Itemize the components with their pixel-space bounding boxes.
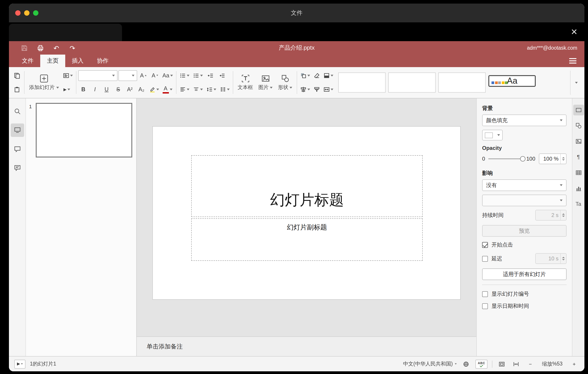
zoom-in-button[interactable]: +: [569, 359, 579, 369]
language-selector[interactable]: 中文(中华人民共和国): [403, 361, 457, 367]
slide-subtitle-placeholder[interactable]: 幻灯片副标题: [191, 218, 423, 261]
insert-textbox-button[interactable]: 文本框: [235, 68, 256, 97]
increase-font-button[interactable]: A: [138, 70, 148, 81]
delay-checkbox[interactable]: [482, 256, 488, 262]
bullets-button[interactable]: [178, 70, 191, 81]
effect-select[interactable]: 没有: [482, 179, 567, 191]
feedback-icon[interactable]: [10, 161, 24, 175]
slides-panel-icon[interactable]: [10, 123, 24, 137]
slide-thumbnail[interactable]: [36, 103, 132, 157]
shape-align-button[interactable]: [299, 84, 312, 96]
arrange-button[interactable]: [299, 70, 312, 81]
horizontal-align-button[interactable]: [178, 84, 191, 96]
tab-collaboration[interactable]: 协作: [90, 55, 115, 67]
start-on-click-label: 开始点击: [492, 241, 513, 249]
insert-image-button[interactable]: 图片: [256, 68, 275, 97]
delay-spinner[interactable]: 10 s: [535, 253, 567, 264]
bold-button[interactable]: B: [78, 84, 89, 96]
preview-overlay-bar: ×: [9, 22, 584, 41]
slide-title-placeholder[interactable]: 幻灯片标题: [191, 155, 423, 217]
chart-settings-icon[interactable]: [573, 183, 584, 194]
slide-layout-button[interactable]: [62, 70, 74, 81]
font-color-button[interactable]: A: [161, 84, 174, 96]
tab-home[interactable]: 主页: [40, 55, 65, 67]
opacity-spinner[interactable]: 100 %: [539, 154, 567, 164]
tab-insert[interactable]: 插入: [65, 55, 90, 67]
insert-shape-button[interactable]: 形状: [275, 68, 295, 97]
opacity-slider[interactable]: [488, 158, 523, 159]
fit-width-button[interactable]: [511, 359, 521, 369]
increase-indent-button[interactable]: [217, 70, 227, 81]
add-slide-button[interactable]: 添加幻灯片: [26, 68, 62, 97]
slide-size-button[interactable]: [322, 84, 335, 96]
close-traffic-button[interactable]: [15, 10, 21, 16]
color-scheme-icon: [324, 72, 330, 79]
fill-type-select[interactable]: 颜色填充: [482, 115, 567, 126]
underline-button[interactable]: U: [101, 84, 112, 96]
fit-slide-button[interactable]: [497, 359, 507, 369]
theme-slot-2[interactable]: [388, 72, 436, 93]
apply-to-all-button[interactable]: 适用于所有幻灯片: [482, 268, 567, 280]
gallery-expand-button[interactable]: [570, 70, 582, 95]
textart-settings-icon[interactable]: Ta: [573, 199, 584, 209]
start-on-click-checkbox[interactable]: [482, 242, 488, 248]
color-scheme-button[interactable]: [322, 70, 335, 81]
clear-style-button[interactable]: [312, 70, 322, 81]
theme-slot-3[interactable]: [439, 72, 486, 93]
start-slideshow-button[interactable]: ▶: [62, 84, 72, 96]
paragraph-settings-icon[interactable]: ¶: [573, 152, 584, 162]
zoom-out-button[interactable]: −: [525, 359, 535, 369]
fullscreen-traffic-button[interactable]: [33, 10, 38, 16]
decrease-font-button[interactable]: A: [149, 70, 160, 81]
image-settings-icon[interactable]: [573, 136, 584, 147]
vertical-align-button[interactable]: [192, 84, 204, 96]
minimize-traffic-button[interactable]: [24, 10, 30, 16]
effect-variant-select[interactable]: [482, 195, 567, 206]
font-name-select[interactable]: [78, 70, 117, 81]
close-icon[interactable]: ×: [571, 26, 577, 37]
print-icon[interactable]: [37, 44, 44, 51]
subscript-button[interactable]: A₂: [136, 84, 147, 96]
theme-slot-selected[interactable]: Aa: [489, 75, 536, 87]
decrease-indent-button[interactable]: [205, 70, 216, 81]
fill-color-select[interactable]: [482, 130, 503, 141]
duration-spinner[interactable]: 2 s: [535, 210, 567, 220]
menu-icon[interactable]: [569, 60, 576, 61]
preview-button[interactable]: 预览: [482, 225, 567, 237]
opacity-slider-thumb[interactable]: [520, 156, 525, 162]
spellcheck-button[interactable]: ABC: [476, 360, 487, 368]
document-title: 产品介绍.pptx: [9, 44, 584, 52]
copy-style-button[interactable]: [312, 84, 322, 96]
show-datetime-row[interactable]: 显示日期和时间: [482, 302, 567, 310]
set-language-button[interactable]: [461, 359, 471, 369]
columns-button[interactable]: [219, 84, 231, 96]
copy-button[interactable]: [12, 70, 22, 81]
theme-slot-1[interactable]: [338, 72, 386, 93]
notes-area[interactable]: 单击添加备注: [137, 336, 476, 356]
redo-icon[interactable]: ↷: [69, 44, 76, 51]
change-case-button[interactable]: Aa: [161, 70, 174, 81]
table-settings-icon[interactable]: [573, 167, 584, 178]
superscript-button[interactable]: A²: [125, 84, 135, 96]
show-slide-number-checkbox[interactable]: [482, 291, 488, 297]
show-slide-number-row[interactable]: 显示幻灯片编号: [482, 290, 567, 298]
show-datetime-checkbox[interactable]: [482, 303, 488, 309]
search-icon[interactable]: [10, 105, 24, 118]
italic-button[interactable]: I: [90, 84, 100, 96]
paste-button[interactable]: [12, 84, 22, 96]
slide-settings-icon[interactable]: [573, 105, 584, 115]
line-spacing-button[interactable]: [205, 84, 218, 96]
start-preview-button[interactable]: ▶: [14, 360, 25, 368]
comments-icon[interactable]: [10, 142, 24, 156]
quick-actions: ↶ ↷: [16, 44, 76, 51]
highlight-color-button[interactable]: [148, 84, 160, 96]
save-icon[interactable]: [21, 44, 28, 51]
slide: 幻灯片标题 幻灯片副标题: [152, 126, 461, 300]
numbering-button[interactable]: [192, 70, 204, 81]
start-on-click-row[interactable]: 开始点击: [482, 241, 567, 249]
undo-icon[interactable]: ↶: [53, 44, 60, 51]
shape-settings-icon[interactable]: [573, 120, 584, 131]
font-size-select[interactable]: [118, 70, 137, 81]
tab-file[interactable]: 文件: [15, 55, 40, 67]
strikethrough-button[interactable]: S: [113, 84, 124, 96]
